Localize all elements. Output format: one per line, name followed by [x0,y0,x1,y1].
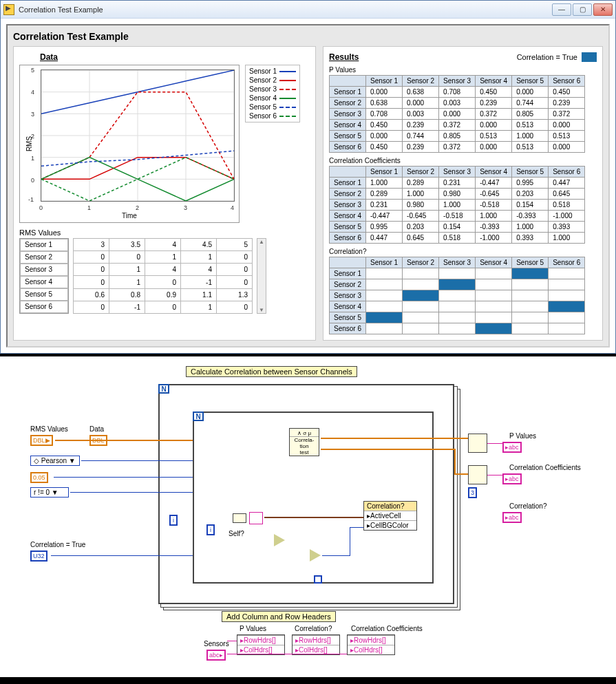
data-cell[interactable]: 0.231 [366,200,403,211]
data-cell[interactable]: 0.372 [476,109,512,120]
data-cell[interactable]: 0.805 [439,131,476,142]
data-cell[interactable]: 0.393 [549,222,585,233]
data-cell[interactable]: 1.000 [512,222,549,233]
corr-cell[interactable] [366,323,403,334]
corr-cell[interactable] [512,279,549,290]
corr-indicator[interactable]: ▸abc [502,512,522,523]
data-cell[interactable]: 0.003 [439,98,476,109]
rms-cell[interactable]: 0 [74,251,109,264]
minimize-button[interactable]: — [552,3,571,16]
rms-cell[interactable]: 1.3 [217,288,253,301]
legend-item[interactable]: Sensor 6 [247,111,298,120]
corr-cell[interactable] [366,301,403,312]
corr-cell[interactable] [512,290,549,301]
corr-cell[interactable] [476,301,512,312]
corr-cell[interactable] [549,301,585,312]
rms-scrollbar[interactable]: ▲▼ [257,238,266,314]
data-cell[interactable]: 0.450 [366,120,403,131]
data-cell[interactable]: 0.513 [476,131,512,142]
corr-cell[interactable] [403,290,439,301]
data-cell[interactable]: 0.000 [549,142,585,153]
data-cell[interactable]: 0.518 [439,233,476,244]
inner-i-terminal[interactable]: i [206,524,215,535]
data-cell[interactable]: 0.518 [549,200,585,211]
data-cell[interactable]: 0.645 [549,189,585,200]
corr-cell[interactable] [476,290,512,301]
data-cell[interactable]: 0.995 [366,222,403,233]
rms-cell[interactable]: 1 [109,264,145,276]
corr-cell[interactable] [512,323,549,334]
bundle-node[interactable] [249,512,263,524]
data-cell[interactable]: 1.000 [549,233,585,244]
coefficients-table[interactable]: Sensor 1Sensor 2Sensor 3Sensor 4Sensor 5… [329,166,585,244]
data-cell[interactable]: 0.239 [403,142,439,153]
rms-values-table[interactable]: 33.544.550011001440010-100.60.80.91.11.3… [73,238,253,314]
corr-cell[interactable] [366,279,403,290]
corr-cell[interactable] [439,268,476,279]
corr-cell[interactable] [366,268,403,279]
propnode-pvals[interactable]: ▸RowHdrs[] ▸ColHdrs[] [237,634,285,655]
corr-cell[interactable] [439,301,476,312]
rms-cell[interactable]: 0.9 [145,288,181,301]
data-cell[interactable]: 0.805 [512,109,549,120]
data-cell[interactable]: 0.450 [549,87,585,98]
data-cell[interactable]: 0.447 [366,233,403,244]
corr-cell[interactable] [549,279,585,290]
data-cell[interactable]: 0.000 [366,87,403,98]
chart[interactable]: RMS Time 5 4 3 2 1 0 -1 0 1 2 [19,65,240,223]
data-cell[interactable]: 0.239 [476,98,512,109]
rms-cell[interactable]: 0 [217,301,253,313]
legend-item[interactable]: Sensor 5 [247,103,298,111]
data-cell[interactable]: 0.980 [403,200,439,211]
rms-cell[interactable]: -1 [109,301,145,313]
data-cell[interactable]: 0.450 [366,142,403,153]
data-cell[interactable]: 0.203 [403,222,439,233]
rms-cell[interactable]: 0 [74,301,109,313]
rms-cell[interactable]: 0 [145,276,181,288]
method-selector[interactable]: ◇ Pearson ▼ [30,456,80,466]
data-cell[interactable]: 0.708 [439,87,476,98]
build-array-node[interactable] [233,513,246,523]
rms-cell[interactable]: 0 [109,251,145,264]
corr-cell[interactable] [439,312,476,323]
data-cell[interactable]: 0.289 [403,178,439,189]
correlation-table[interactable]: Sensor 1Sensor 2Sensor 3Sensor 4Sensor 5… [329,257,585,334]
format-node-2[interactable] [468,465,487,484]
data-cell[interactable]: 0.980 [439,189,476,200]
corr-cell[interactable] [403,323,439,334]
data-cell[interactable]: 0.372 [439,142,476,153]
data-cell[interactable]: 0.638 [366,98,403,109]
rms-cell[interactable]: 0 [217,276,253,288]
coeff-indicator[interactable]: ▸abc [502,473,522,484]
data-cell[interactable]: -0.518 [476,200,512,211]
data-cell[interactable]: 0.450 [476,87,512,98]
rms-cell[interactable]: 1 [181,251,217,264]
data-cell[interactable]: 0.000 [549,120,585,131]
corr-cell[interactable] [549,290,585,301]
data-cell[interactable]: 0.003 [403,109,439,120]
rms-cell[interactable]: 4 [145,239,181,251]
data-cell[interactable]: -0.645 [476,189,512,200]
corr-cell[interactable] [366,312,403,323]
corr-cell[interactable] [512,312,549,323]
data-cell[interactable]: 1.000 [439,200,476,211]
data-cell[interactable]: 0.289 [366,189,403,200]
rms-cell[interactable]: 1.1 [181,288,217,301]
data-cell[interactable]: 0.744 [403,131,439,142]
corr-cell[interactable] [403,268,439,279]
compare-node-2[interactable] [310,549,321,562]
boolean-constant[interactable] [314,575,322,584]
data-cell[interactable]: 0.000 [476,142,512,153]
data-cell[interactable]: -0.393 [512,211,549,222]
rms-cell[interactable]: 0 [145,301,181,313]
hypothesis-selector[interactable]: r != 0 ▼ [30,487,69,498]
propnode-corr[interactable]: ▸RowHdrs[] ▸ColHdrs[] [292,634,340,655]
close-button[interactable]: ✕ [593,3,613,16]
data-cell[interactable]: -0.447 [366,211,403,222]
corr-cell[interactable] [476,323,512,334]
data-cell[interactable]: -1.000 [476,233,512,244]
data-cell[interactable]: -0.518 [439,211,476,222]
property-cellbgcolor[interactable]: ▸CellBGColor [364,520,416,530]
pvalues-table[interactable]: Sensor 1Sensor 2Sensor 3Sensor 4Sensor 5… [329,75,585,153]
corr-cell[interactable] [476,279,512,290]
